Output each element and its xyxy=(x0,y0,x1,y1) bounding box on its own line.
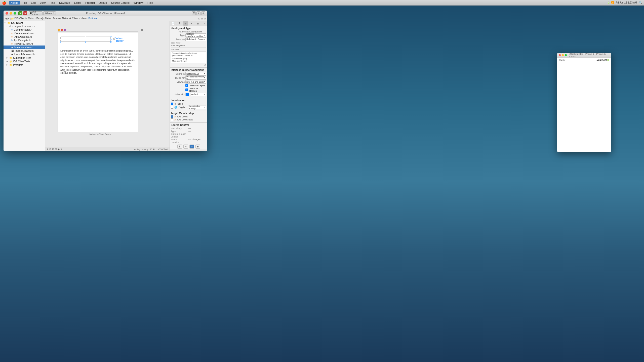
sc-icon-1[interactable]: ⤵ xyxy=(177,145,182,149)
auto-layout-checkbox[interactable]: ✓ xyxy=(185,84,188,87)
menu-xcode[interactable]: Xcode xyxy=(9,1,20,5)
ios-client-target-checkbox[interactable]: ✓ xyxy=(171,115,173,118)
ios-textfield[interactable] xyxy=(60,36,111,42)
project-root[interactable]: ▾ 📁 iOS Client xyxy=(4,21,45,25)
sim-close-btn[interactable] xyxy=(559,54,561,56)
menubar-search-icon[interactable]: 🔍 xyxy=(639,1,642,4)
bottom-icon-3[interactable]: ⊟ xyxy=(55,148,57,151)
dot-red xyxy=(61,29,63,31)
menu-window[interactable]: Window xyxy=(132,1,145,5)
sc-icon-3[interactable]: ⊙ xyxy=(189,145,194,149)
bottom-icon-2[interactable]: ⊞ xyxy=(52,148,54,151)
breadcrumb-view[interactable]: View ▸ xyxy=(81,17,88,20)
builds-for-dropdown[interactable]: Project Deployment Tar... ▾ xyxy=(185,76,206,80)
communicator-h[interactable]: h Communicator.h xyxy=(4,28,45,31)
editor-version-icon[interactable]: ⊟ xyxy=(204,17,206,20)
run-button[interactable]: ▶ xyxy=(18,11,22,15)
inspector-connections-tab[interactable]: → xyxy=(202,21,207,26)
launchscreen-xib[interactable]: ◈ LaunchScreen.xib xyxy=(4,53,45,56)
breadcrumb-button[interactable]: Button ▾ xyxy=(88,17,97,20)
size-icons: ⊡ ⊞ xyxy=(150,148,155,151)
menu-find[interactable]: Find xyxy=(48,1,57,5)
ios-button-secondary[interactable]: Button xyxy=(116,39,124,42)
expand-icon-targets: ▾ xyxy=(7,25,9,27)
editor-assistant-icon[interactable]: ⊞ xyxy=(201,17,203,20)
networkclient-m[interactable]: m NetworkClient.m xyxy=(4,42,45,46)
appdelegate-m[interactable]: m AppDelegate.m xyxy=(4,35,45,38)
obj-lib-filter-input[interactable] xyxy=(191,151,206,151)
inspector-toggle[interactable]: ⊞ xyxy=(201,11,205,15)
menu-file[interactable]: File xyxy=(21,1,29,5)
obj-lib-list-icon[interactable]: ☰ xyxy=(171,151,174,151)
images-xcassets[interactable]: 🖼 Images.xcassets xyxy=(4,49,45,53)
bottom-icon-4[interactable]: ◈ xyxy=(58,148,60,151)
menu-debug[interactable]: Debug xyxy=(97,1,109,5)
menu-view[interactable]: View xyxy=(38,1,48,5)
inspector-identity-tab[interactable]: ⊙ xyxy=(183,21,188,26)
menu-editor[interactable]: Editor xyxy=(72,1,83,5)
targets-item[interactable]: ▾ ⚙ 2 targets, iOS SDK 8.3 xyxy=(4,25,45,28)
navigator-toggle[interactable]: ☰ xyxy=(192,11,196,15)
bottom-icon-5[interactable]: ✎ xyxy=(60,148,62,151)
maximize-button[interactable] xyxy=(14,12,16,15)
base-loc-checkbox[interactable]: ✓ xyxy=(171,103,173,105)
type-dropdown[interactable]: Default - Interface Builder ▾ xyxy=(185,33,206,37)
main-storyboard[interactable]: ◈ Main.storyboard xyxy=(4,46,45,49)
tint-color-swatch[interactable] xyxy=(185,93,189,96)
inspector-toolbar: 📄 ? ⊙ ≡ ⊞ → xyxy=(170,21,207,26)
english-strings-dropdown[interactable]: Localizable Strings ▾ xyxy=(188,106,206,109)
communicator-m[interactable]: m Communicator.m xyxy=(4,31,45,35)
location-row: Location Relative to Group ▾ xyxy=(171,37,206,41)
editor-standard-icon[interactable]: ⊡ xyxy=(198,17,200,20)
sc-icon-2[interactable]: ↩ xyxy=(183,145,188,149)
simulator-screen[interactable]: Carrier ▲ 1:23 AM 🔋 xyxy=(557,58,611,152)
appdelegate-h[interactable]: h AppDelegate.h xyxy=(4,38,45,42)
menu-edit[interactable]: Edit xyxy=(29,1,37,5)
device-selector[interactable]: iPhone 6 xyxy=(43,11,56,15)
simulator-status-bar: Carrier ▲ 1:23 AM 🔋 xyxy=(557,58,611,62)
minimize-button[interactable] xyxy=(10,12,12,15)
english-loc-checkbox[interactable] xyxy=(171,106,173,109)
breadcrumb-main-storyboard[interactable]: Main...(Base) ▸ xyxy=(28,17,45,20)
bottom-icon-1[interactable]: ⊡ xyxy=(49,148,51,151)
ios-client-tests-checkbox[interactable] xyxy=(171,118,173,121)
close-button[interactable] xyxy=(6,12,8,15)
apple-menu[interactable]: 🍎 xyxy=(2,1,6,5)
inspector-file-tab[interactable]: 📄 xyxy=(171,21,176,26)
menu-help[interactable]: Help xyxy=(146,1,155,5)
location-dropdown[interactable]: Relative to Group ▾ xyxy=(185,37,206,41)
add-view-icon[interactable]: + xyxy=(47,148,48,151)
breadcrumb-ios-client[interactable]: 📁 iOS Client ▸ xyxy=(11,17,27,20)
size-any-width: ← Any xyxy=(134,148,141,151)
debug-toggle[interactable]: ≡ xyxy=(196,11,200,15)
view-as-dropdown[interactable]: iOS 7.0 and Later ▾ xyxy=(185,80,206,84)
products-group[interactable]: ▶ 📁 Products xyxy=(4,63,45,67)
xcode-window: ▶ ■ 📱 iOS Client iPhone 6 Running iOS Cl… xyxy=(4,11,207,151)
size-classes-checkbox[interactable]: ✓ xyxy=(185,88,188,91)
menu-product[interactable]: Product xyxy=(84,1,97,5)
menu-navigate[interactable]: Navigate xyxy=(57,1,72,5)
global-tint-dropdown[interactable]: Default ▾ xyxy=(190,93,206,96)
sim-min-btn[interactable] xyxy=(562,54,564,56)
inspector-size-tab[interactable]: ⊞ xyxy=(195,21,200,26)
scheme-selector[interactable]: 📱 iOS Client xyxy=(29,11,43,15)
english-loc-row: 🌐 English Localizable Strings ▾ xyxy=(171,106,206,109)
inspector-attributes-tab[interactable]: ≡ xyxy=(189,21,194,26)
obj-lib-grid-icon[interactable]: ⊞ xyxy=(176,151,178,151)
breadcrumb-network-client[interactable]: Network Client ▸ xyxy=(62,17,80,20)
collapse-btn[interactable] xyxy=(141,29,143,31)
inspector-quickhelp-tab[interactable]: ? xyxy=(177,21,182,26)
sc-icon-4[interactable]: ⊞ xyxy=(195,145,200,149)
supporting-files-group[interactable]: ▶ 📁 Supporting Files xyxy=(4,56,45,60)
opens-in-dropdown[interactable]: Default (6.2) ▾ xyxy=(185,72,206,76)
sim-max-btn[interactable] xyxy=(565,54,567,56)
reveal-path-btn[interactable]: ⊙ xyxy=(204,64,206,66)
menu-source-control[interactable]: Source Control xyxy=(109,1,131,5)
obj-lib-info-icon[interactable]: ℹ xyxy=(180,151,181,151)
storyboard-canvas[interactable]: Button Button Lorem ipsum dolor sit er e… xyxy=(45,21,170,147)
breadcrumb-nav-left[interactable]: ◀ xyxy=(5,17,7,20)
breadcrumb-nav-right[interactable]: ▶ xyxy=(8,17,10,20)
stop-button[interactable]: ■ xyxy=(23,11,27,15)
breadcrumb-network-scene[interactable]: Neto...Scene ▸ xyxy=(45,17,62,20)
ios-client-tests-group[interactable]: ▶ 📁 iOS ClientTests xyxy=(4,60,45,63)
